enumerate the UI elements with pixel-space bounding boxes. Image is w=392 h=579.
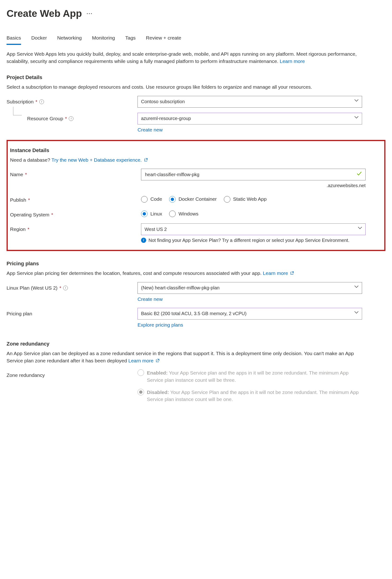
pricing-learn-more-link[interactable]: Learn more <box>263 270 294 276</box>
resource-group-label: Resource Group * i <box>6 113 137 122</box>
required-marker: * <box>65 115 67 122</box>
plan-value: (New) heart-classifier-mlflow-pkg-plan <box>141 285 220 291</box>
radio-icon <box>141 196 148 203</box>
required-marker: * <box>28 226 29 233</box>
database-prompt: Need a database? Try the new Web + Datab… <box>10 156 382 163</box>
pricing-heading: Pricing plans <box>6 260 386 267</box>
os-label: Operating System * <box>10 209 141 218</box>
project-details-desc: Select a subscription to manage deployed… <box>6 83 371 90</box>
subscription-value: Contoso subscription <box>141 98 185 105</box>
pricing-desc-text: App Service plan pricing tier determines… <box>6 270 263 276</box>
pricing-plan-select[interactable]: Basic B2 (200 total ACU, 3.5 GB memory, … <box>137 308 362 320</box>
radio-disabled-selected-icon <box>137 389 144 395</box>
pricing-plan-label: Pricing plan <box>6 308 137 317</box>
project-details-heading: Project Details <box>6 74 386 81</box>
required-marker: * <box>36 98 37 105</box>
name-label: Name * <box>10 169 141 178</box>
name-label-text: Name <box>10 171 23 178</box>
zone-radio-group: Enabled: Your App Service plan and the a… <box>137 369 362 408</box>
tier-value: Basic B2 (200 total ACU, 3.5 GB memory, … <box>141 310 247 317</box>
zone-enabled-radio: Enabled: Your App Service plan and the a… <box>137 369 362 384</box>
pricing-desc: App Service plan pricing tier determines… <box>6 270 371 277</box>
publish-static-label: Static Web App <box>233 196 267 203</box>
publish-code-label: Code <box>150 196 162 203</box>
zone-learn-more-link[interactable]: Learn more <box>129 358 159 363</box>
external-link-icon <box>290 270 294 277</box>
check-icon <box>356 170 362 179</box>
plan-select[interactable]: (New) heart-classifier-mlflow-pkg-plan <box>137 282 362 294</box>
more-icon[interactable]: ··· <box>86 11 93 16</box>
db-link-text: Try the new Web + Database experience. <box>52 157 142 163</box>
resource-group-value: azureml-resource-group <box>141 115 191 122</box>
radio-selected-icon <box>141 211 148 217</box>
tab-tags[interactable]: Tags <box>125 34 136 45</box>
required-marker: * <box>25 171 27 178</box>
publish-label-text: Publish <box>10 197 26 204</box>
radio-icon <box>224 196 230 203</box>
intro-learn-more-link[interactable]: Learn more <box>280 59 305 64</box>
create-new-rg-link[interactable]: Create new <box>137 127 163 132</box>
page-title: Create Web App ··· <box>6 6 386 21</box>
zone-disabled-text: Disabled: Your App Service Plan and the … <box>147 389 362 403</box>
plan-label: Linux Plan (West US 2) * i <box>6 282 137 291</box>
info-icon[interactable]: i <box>63 286 68 290</box>
required-marker: * <box>51 211 53 218</box>
os-radio-group: Linux Windows <box>141 209 366 217</box>
zone-disabled-radio: Disabled: Your App Service Plan and the … <box>137 389 362 403</box>
page-title-text: Create Web App <box>6 6 82 21</box>
zone-disabled-title: Disabled: <box>147 389 169 395</box>
subscription-label: Subscription * i <box>6 96 137 105</box>
radio-icon <box>169 211 176 217</box>
publish-docker-radio[interactable]: Docker Container <box>169 196 217 203</box>
os-windows-label: Windows <box>179 210 198 217</box>
zone-enabled-title: Enabled: <box>147 370 168 375</box>
intro-text: App Service Web Apps lets you quickly bu… <box>6 51 371 65</box>
chevron-down-icon <box>354 284 359 290</box>
name-suffix: .azurewebsites.net <box>141 182 366 189</box>
web-database-link[interactable]: Try the new Web + Database experience. <box>52 157 148 163</box>
resource-group-select[interactable]: azureml-resource-group <box>137 113 362 125</box>
pricing-learn-more-text: Learn more <box>263 270 288 276</box>
region-value: West US 2 <box>144 226 167 233</box>
region-hint: i Not finding your App Service Plan? Try… <box>141 237 366 244</box>
region-select[interactable]: West US 2 <box>141 223 366 235</box>
name-input[interactable] <box>144 172 354 178</box>
tab-review-create[interactable]: Review + create <box>146 34 181 45</box>
zone-enabled-desc: Your App Service plan and the apps in it… <box>147 370 348 382</box>
zone-heading: Zone redundancy <box>6 340 386 348</box>
radio-disabled-icon <box>137 369 144 376</box>
os-linux-label: Linux <box>150 210 162 217</box>
tab-docker[interactable]: Docker <box>31 34 47 45</box>
publish-static-radio[interactable]: Static Web App <box>224 196 267 203</box>
subscription-select[interactable]: Contoso subscription <box>137 96 362 108</box>
zone-disabled-desc: Your App Service Plan and the apps in it… <box>147 389 359 402</box>
chevron-down-icon <box>354 114 359 121</box>
tab-monitoring[interactable]: Monitoring <box>92 34 115 45</box>
required-marker: * <box>28 197 30 204</box>
external-link-icon <box>156 357 159 364</box>
instance-details-heading: Instance Details <box>10 147 382 154</box>
resource-group-label-text: Resource Group <box>27 115 63 122</box>
zone-desc: An App Service plan can be deployed as a… <box>6 350 371 364</box>
zone-desc-text: An App Service plan can be deployed as a… <box>6 351 354 363</box>
tab-networking[interactable]: Networking <box>57 34 82 45</box>
explore-pricing-link[interactable]: Explore pricing plans <box>137 322 183 328</box>
publish-radio-group: Code Docker Container Static Web App <box>141 194 366 203</box>
radio-selected-icon <box>169 196 176 203</box>
publish-code-radio[interactable]: Code <box>141 196 162 203</box>
tabs: Basics Docker Networking Monitoring Tags… <box>6 34 386 45</box>
os-linux-radio[interactable]: Linux <box>141 210 162 217</box>
zone-label: Zone redundancy <box>6 369 137 379</box>
region-label: Region * <box>10 223 141 233</box>
zone-label-text: Zone redundancy <box>6 372 45 379</box>
create-new-plan-link[interactable]: Create new <box>137 296 163 302</box>
publish-label: Publish * <box>10 194 141 204</box>
db-prompt-text: Need a database? <box>10 157 52 163</box>
subscription-label-text: Subscription <box>6 98 34 105</box>
info-icon[interactable]: i <box>69 116 73 121</box>
plan-label-text: Linux Plan (West US 2) <box>6 285 58 291</box>
chevron-down-icon <box>354 98 359 104</box>
info-icon[interactable]: i <box>39 99 44 104</box>
tab-basics[interactable]: Basics <box>6 34 21 45</box>
os-windows-radio[interactable]: Windows <box>169 210 198 217</box>
